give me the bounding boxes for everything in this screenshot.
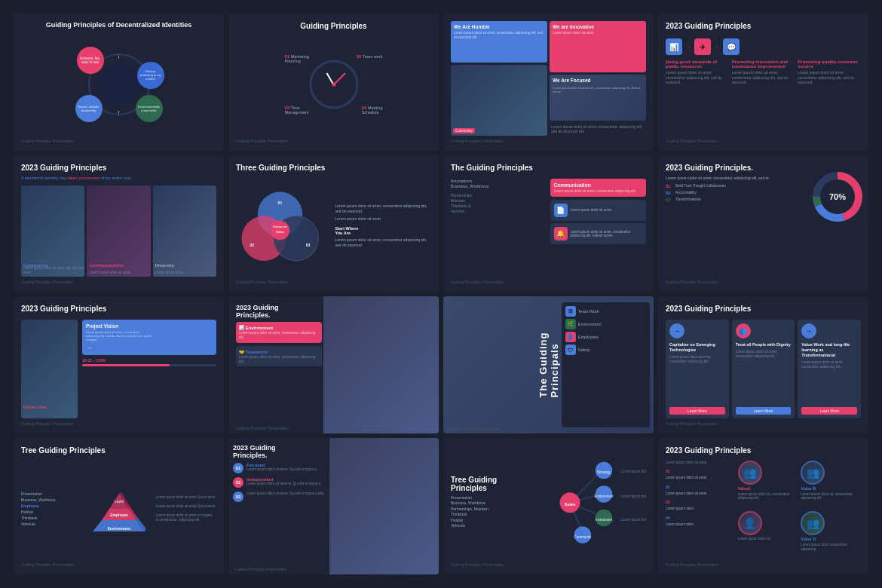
slide-13-title: Tree Guiding Principles	[21, 446, 216, 455]
progress-bar	[82, 364, 216, 366]
svg-text:Focus on: Focus on	[273, 225, 287, 228]
card-2-icon: 👥	[736, 323, 751, 338]
slide-6[interactable]: Three Guiding Principles Focus on Value …	[228, 155, 439, 292]
slide-15[interactable]: Tree GuidingPrinciples PresentationBusin…	[443, 438, 654, 575]
slide-10-left: 2023 GuidingPrinciples. 📊 Environment Lo…	[228, 296, 329, 374]
svg-text:Lorem ipsum dolor sit: Lorem ipsum dolor sit	[620, 470, 646, 473]
panel-safety: 🛡 Safety	[565, 345, 646, 355]
slide-9-content: Deliver Value → Project Vision Lorem ips…	[21, 320, 216, 418]
slide-16[interactable]: 2023 Guiding Principles Lorem ipsum dolo…	[658, 438, 868, 575]
slide-11-footer: Guiding Principles Presentation	[448, 424, 501, 431]
slide-1-footer: Guiding Principles Presentation	[21, 136, 216, 143]
slide-12-footer: Guiding Principles Presentation	[666, 418, 861, 426]
svg-text:01: 01	[277, 200, 282, 204]
slide-5-title: 2023 Guiding Principles	[21, 163, 216, 173]
slide-3-footer: Guiding Principles Presentation	[451, 136, 646, 143]
photo-diversity: Diversity Lorem ipsum dolor.	[153, 185, 216, 277]
safety-icon: 🛡	[565, 345, 576, 355]
svg-text:Value: Value	[276, 229, 285, 233]
slide-9-footer: Guiding Principles Presentation	[21, 418, 216, 426]
stat-label: →	[23, 412, 26, 416]
slide-11[interactable]: The GuidingPrincipals ⊞ Team Work 🌿 Envi…	[443, 296, 654, 433]
team-card: 🤝 Teamwork Lorem ipsum dolor sit amet, c…	[236, 346, 322, 367]
clock-label-4: 04 MeetingSchedule	[362, 106, 383, 115]
slide-13-desc: Lorem ipsum dolor sit amet Qui et amet L…	[156, 458, 217, 560]
card-value: → Value Work and long-life learning as T…	[798, 320, 861, 418]
icon-plane: ✈	[694, 38, 711, 55]
slide-1[interactable]: Guiding Principles of Decentralized Iden…	[14, 14, 224, 151]
slide-11-panel: ⊞ Team Work 🌿 Environment 👤 Employees 🛡 …	[562, 302, 650, 427]
slide-2-clock: 01 MarketingPlanning 02 Team work 03 Tim…	[236, 34, 431, 136]
desc-1: Being good stewards of public resources …	[666, 60, 729, 85]
card-3-btn[interactable]: Learn More	[801, 407, 857, 415]
card-3-icon: →	[801, 323, 816, 338]
slide-6-venn: Focus on Value 01 02 03	[236, 176, 332, 277]
slide-14-title: 2023 GuidingPrinciples.	[233, 444, 329, 459]
icon-chart: 📊	[666, 38, 682, 55]
slide-13[interactable]: Tree Guiding Principles Presentation Bus…	[14, 438, 224, 575]
orbit-privacy: Privacy protecting in my control	[137, 62, 164, 89]
label-build: 01 Build Trust Thought Collaboration	[666, 184, 773, 188]
slides-grid: Guiding Principles of Decentralized Iden…	[8, 8, 874, 580]
side-text: Lorem ipsum dolor sit amet consectetur, …	[550, 123, 646, 136]
value-3: 👤 Lorem ipsum dolor sit.	[738, 511, 798, 559]
slide-2-footer: Guiding Principles Presentation	[236, 136, 431, 143]
orbit-inclusive: Inclusive, fair, easy to use	[77, 47, 104, 74]
env-icon: 🌿	[565, 319, 576, 329]
clock-label-3: 03 TimeManagement	[285, 106, 309, 115]
card-capitalize: → Capitalize on Emerging Technologies Lo…	[666, 320, 729, 418]
slide-4[interactable]: 2023 Guiding Principles 📊 → ✈ → 💬 Being …	[658, 14, 868, 151]
step-focused: 01 Focused Lorem ipsum dolor sit amet. Q…	[233, 463, 329, 473]
slide-15-tree: Sales Strategy Environment Investment Co…	[536, 446, 646, 560]
slide-2-title: Guiding Principles	[236, 21, 431, 31]
svg-text:03: 03	[306, 242, 311, 247]
card-1-btn[interactable]: Learn More	[669, 407, 725, 415]
vertical-title: The GuidingPrincipals	[537, 332, 560, 397]
card-2-btn[interactable]: Learn More	[736, 407, 792, 415]
slide-4-icons: 📊 → ✈ → 💬	[666, 38, 861, 55]
slide-14[interactable]: 2023 GuidingPrinciples. 01 Focused Lorem…	[228, 438, 439, 575]
slide-13-list: Presentation Business, Workforce Employe…	[21, 458, 82, 560]
svg-text:Lorem ipsum dolor sit: Lorem ipsum dolor sit	[620, 518, 646, 522]
orbit-env: Environmentally responsible	[136, 95, 163, 122]
svg-text:Lorem ipsum dolor: Lorem ipsum dolor	[620, 495, 646, 498]
step-3-num: 03	[233, 492, 243, 502]
slide-7-left: InnovationsBusiness, Workforce Partnersh…	[451, 179, 547, 277]
slide-7-content: InnovationsBusiness, Workforce Partnersh…	[451, 179, 646, 277]
slide-13-pyramid: Environment Employee Level	[85, 458, 153, 560]
slide-14-photo	[329, 438, 439, 575]
svg-text:Employee: Employee	[110, 513, 128, 517]
slide-8[interactable]: 2023 Guiding Principles. Lorem ipsum dol…	[658, 155, 868, 292]
slide-9[interactable]: 2023 Guiding Principles Deliver Value → …	[14, 296, 224, 433]
svg-text:Environment: Environment	[594, 495, 614, 498]
label-trans: 03 Transformational	[666, 198, 773, 202]
slide-16-footer: Guiding Principles Presentation	[666, 559, 861, 567]
value-4: 👥 Value D Lorem ipsum dolor consectetur …	[801, 511, 861, 559]
svg-text:Sales: Sales	[564, 502, 575, 507]
step-3: 03 Lorem ipsum dolor sit amet. Qui det e…	[233, 492, 329, 502]
slide-6-text: Lorem ipsum dolor sit amet, consectetur …	[335, 176, 432, 277]
slide-2[interactable]: Guiding Principles 01 MarketingPlanning …	[228, 14, 439, 151]
slide-12[interactable]: 2023 Guiding Principles → Capitalize on …	[658, 296, 868, 433]
slide-10-photo	[323, 296, 439, 433]
slide-8-labels: 01 Build Trust Thought Collaboration 02 …	[666, 184, 773, 202]
slide-1-title: Guiding Principles of Decentralized Iden…	[21, 21, 216, 30]
panel-employees: 👤 Employees	[565, 332, 646, 342]
slide-3[interactable]: We Are Humble Lorem ipsum dolor sit amet…	[443, 14, 654, 151]
svg-text:Investment: Investment	[596, 518, 613, 522]
innovative-box: We are Innovative Lorem ipsum dolor sit …	[550, 21, 646, 72]
icon-chat: 💬	[723, 38, 740, 55]
icon-bell: 🔔	[554, 227, 568, 240]
slide-10-footer: Guiding Principles Presentation	[236, 423, 289, 430]
slide-5[interactable]: 2023 Guiding Principles A wonderful sere…	[14, 155, 224, 292]
slide-9-photo: Deliver Value →	[21, 320, 78, 418]
arrow-2: →	[714, 44, 720, 51]
clock-label-2: 02 Team work	[357, 54, 383, 59]
svg-text:02: 02	[250, 242, 254, 247]
svg-text:Strategy: Strategy	[596, 470, 611, 474]
slide-5-subtitle: A wonderful serenity has taken possessio…	[21, 176, 216, 180]
svg-text:Environment: Environment	[107, 526, 130, 531]
slide-7[interactable]: The Guiding Principles InnovationsBusine…	[443, 155, 654, 292]
slide-9-info: Project Vision Lorem ipsum dolor sit ame…	[82, 320, 216, 418]
slide-10[interactable]: 2023 GuidingPrinciples. 📊 Environment Lo…	[228, 296, 439, 433]
